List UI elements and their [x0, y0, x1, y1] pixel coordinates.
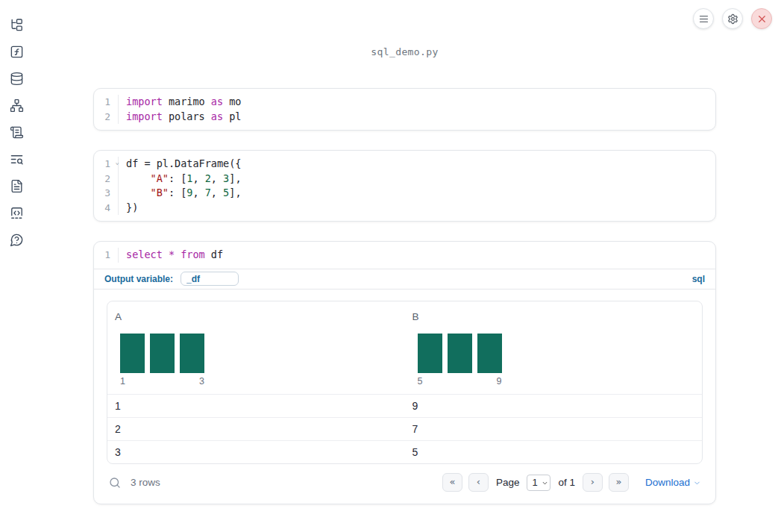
- download-button[interactable]: Download: [645, 477, 701, 488]
- code-line: 1⌄ df = pl.DataFrame({: [94, 157, 715, 172]
- scroll-icon: [10, 125, 24, 140]
- code-token: select: [126, 248, 163, 260]
- code-cell-imports: 1 import marimo as mo 2 import polars as…: [93, 88, 716, 131]
- settings-button[interactable]: [722, 8, 743, 29]
- search-icon[interactable]: [108, 476, 122, 489]
- next-page-button[interactable]: ›: [583, 473, 603, 492]
- code-token: df: [205, 248, 223, 260]
- output-variable-label: Output variable:: [104, 274, 173, 284]
- first-page-button[interactable]: «: [442, 473, 462, 492]
- code-token: ,: [211, 172, 223, 184]
- file-tree-icon: [10, 18, 24, 32]
- code-token: 2: [205, 172, 211, 184]
- line-number: 1⌄: [94, 157, 119, 172]
- code-text: }): [119, 201, 138, 216]
- column-label: A: [115, 311, 398, 322]
- sidebar-item-file-explorer[interactable]: [8, 18, 25, 32]
- output-variable-input[interactable]: [181, 272, 239, 286]
- row-count: 3 rows: [131, 477, 160, 488]
- code-token: pl: [223, 110, 241, 122]
- column-header-a[interactable]: A 1 3: [107, 311, 405, 394]
- sidebar-item-documentation[interactable]: [8, 179, 25, 193]
- page-select[interactable]: 1: [527, 475, 550, 491]
- page-select-wrap: 1: [527, 475, 550, 491]
- fold-chevron-icon[interactable]: ⌄: [116, 155, 119, 170]
- column-header-b[interactable]: B 5 9: [405, 311, 703, 394]
- table-row[interactable]: 1 9: [107, 394, 702, 417]
- line-number: 2: [94, 172, 119, 187]
- code-editor[interactable]: 1⌄ df = pl.DataFrame({ 2 "A": [1, 2, 3],…: [94, 151, 715, 221]
- sidebar-item-dependency-graph[interactable]: [8, 98, 25, 113]
- code-line: 2 import polars as pl: [94, 110, 715, 125]
- code-text: "B": [9, 7, 5],: [119, 186, 242, 201]
- dataframe-table: A 1 3 B: [107, 301, 703, 464]
- shutdown-button[interactable]: [751, 8, 772, 29]
- table-cell: 5: [405, 441, 703, 463]
- code-text: import marimo as mo: [119, 95, 241, 110]
- notebook: sql_demo.py 1 import marimo as mo 2 impo…: [93, 0, 716, 524]
- notebook-filename: sql_demo.py: [93, 46, 716, 57]
- sidebar-item-datasources[interactable]: [8, 72, 25, 86]
- column-histogram: [120, 334, 398, 373]
- sql-cell: 1 select * from df Output variable: sql …: [93, 241, 716, 504]
- code-token: [126, 187, 151, 198]
- histogram-bar: [448, 334, 472, 373]
- line-number: 4: [94, 201, 119, 216]
- gear-icon: [727, 13, 738, 25]
- previous-page-button[interactable]: ‹: [468, 473, 489, 492]
- sidebar-item-outline-search[interactable]: [8, 152, 25, 166]
- code-editor[interactable]: 1 select * from df: [94, 242, 715, 269]
- code-line: 3 "B": [9, 7, 5],: [94, 186, 715, 201]
- sidebar-item-variables[interactable]: [8, 45, 25, 59]
- tick-min: 1: [120, 376, 125, 387]
- histogram-bar: [477, 334, 502, 373]
- code-token: : [: [169, 172, 186, 184]
- tick-max: 3: [199, 376, 204, 387]
- tick-max: 9: [497, 376, 502, 387]
- code-token: ,: [192, 187, 204, 198]
- table-row[interactable]: 2 7: [107, 417, 702, 440]
- code-token: [163, 248, 169, 260]
- code-editor[interactable]: 1 import marimo as mo 2 import polars as…: [94, 89, 715, 130]
- line-number: 1: [94, 95, 119, 110]
- table-cell: 1: [107, 395, 405, 417]
- sidebar-item-help[interactable]: [8, 233, 25, 247]
- function-square-icon: [10, 45, 24, 59]
- tick-min: 5: [418, 376, 423, 387]
- sidebar-item-logs[interactable]: [8, 125, 25, 140]
- code-token: marimo: [163, 96, 211, 107]
- code-text: import polars as pl: [119, 110, 241, 125]
- page-total-label: of 1: [558, 477, 575, 488]
- document-icon: [10, 179, 24, 193]
- code-token: 7: [205, 187, 211, 198]
- dependency-graph-icon: [10, 98, 24, 113]
- code-token: "A": [151, 172, 169, 184]
- histogram-bar: [418, 334, 442, 373]
- histogram-ticks: 1 3: [120, 376, 204, 389]
- line-number: 2: [94, 110, 119, 125]
- code-text: df = pl.DataFrame({: [119, 157, 241, 172]
- code-token: [175, 248, 181, 260]
- table-row[interactable]: 3 5: [107, 440, 702, 463]
- sidebar-item-snippets[interactable]: [8, 206, 25, 220]
- line-number: 3: [94, 186, 119, 201]
- sidebar: [0, 0, 33, 532]
- line-number: 1: [94, 248, 119, 263]
- code-token: *: [169, 248, 175, 260]
- last-page-button[interactable]: »: [609, 473, 629, 492]
- table-cell: 3: [107, 441, 405, 463]
- code-token: [126, 172, 151, 184]
- code-token: ],: [229, 187, 241, 198]
- code-token: ],: [229, 172, 241, 184]
- code-token: from: [181, 248, 205, 260]
- code-token: }): [126, 201, 138, 213]
- histogram-ticks: 5 9: [418, 376, 502, 389]
- code-token: ,: [211, 187, 223, 198]
- column-label: B: [412, 311, 695, 322]
- pagination: « ‹ Page 1 of 1 › » Download: [442, 473, 701, 492]
- chevron-down-icon: [693, 479, 701, 487]
- histogram-bar: [150, 334, 175, 373]
- download-label: Download: [645, 477, 690, 488]
- code-token: ,: [192, 172, 204, 184]
- text-search-icon: [10, 152, 24, 166]
